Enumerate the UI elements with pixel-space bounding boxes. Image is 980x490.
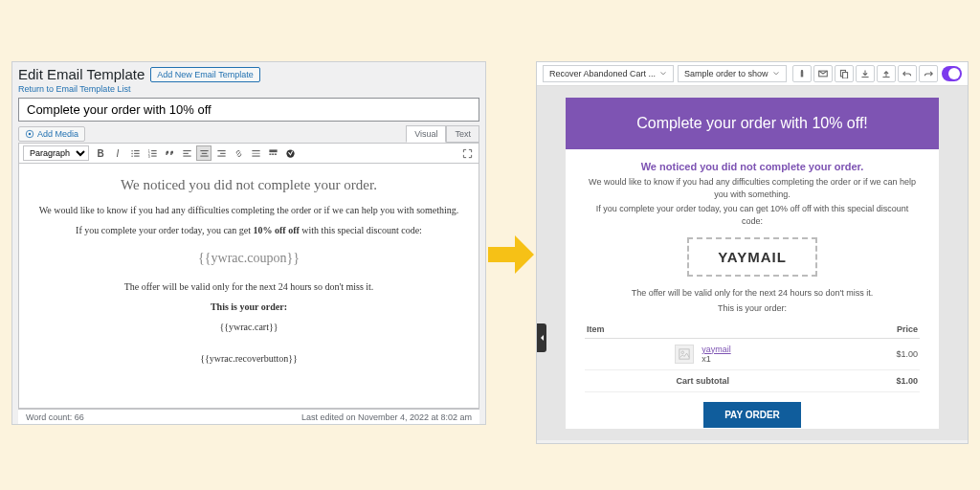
template-select[interactable]: Recover Abandoned Cart ... (543, 65, 674, 82)
editor-content[interactable]: We noticed you did not complete your ord… (18, 164, 479, 409)
svg-rect-25 (252, 155, 259, 156)
product-name[interactable]: yaymail (702, 345, 731, 354)
email-p3: The offer will be valid only for the nex… (585, 287, 920, 300)
svg-point-6 (131, 155, 132, 156)
preview-toolbar: Recover Abandoned Cart ... Sample order … (537, 62, 968, 86)
align-right-button[interactable] (213, 145, 229, 161)
wp-editor-panel: Edit Email Template Add New Email Templa… (11, 61, 486, 425)
number-list-button[interactable]: 123 (145, 145, 160, 161)
align-center-button[interactable] (196, 145, 212, 161)
bullet-list-button[interactable] (127, 145, 143, 161)
toolbar-toggle-button[interactable] (265, 145, 280, 161)
svg-rect-19 (200, 155, 208, 156)
undo-button[interactable] (898, 65, 917, 82)
info-icon (797, 69, 807, 78)
bold-button[interactable]: B (93, 145, 108, 161)
send-test-button[interactable] (813, 65, 833, 82)
svg-point-2 (131, 150, 132, 151)
redo-icon (924, 69, 933, 78)
svg-rect-23 (252, 150, 259, 151)
arrow-icon (486, 234, 536, 276)
order-table: ItemPrice yaymail x1 $1.00 Cart subtotal (585, 321, 920, 392)
svg-rect-14 (183, 150, 190, 151)
svg-rect-27 (269, 153, 271, 154)
word-count: Word count: 66 (26, 412, 84, 422)
content-p3: The offer will be valid only for the nex… (33, 279, 465, 294)
svg-point-31 (801, 70, 802, 71)
link-button[interactable] (231, 145, 246, 161)
svg-rect-35 (842, 73, 847, 78)
pay-order-button[interactable]: PAY ORDER (703, 402, 801, 428)
email-heading: We noticed you did not complete your ord… (585, 161, 920, 172)
svg-point-4 (131, 152, 132, 153)
svg-rect-36 (679, 348, 688, 358)
email-p1: We would like to know if you had any dif… (585, 176, 920, 200)
email-p4: This is your order: (585, 302, 920, 315)
export-icon (881, 69, 891, 78)
svg-rect-22 (217, 155, 225, 156)
status-bar: Word count: 66 Last edited on November 4… (18, 409, 479, 425)
back-link[interactable]: Return to Email Template List (18, 84, 479, 94)
editor-toolbar: Paragraph B I 123 (18, 143, 479, 164)
more-button[interactable] (248, 145, 263, 161)
svg-rect-15 (183, 152, 189, 153)
svg-rect-32 (801, 73, 802, 77)
redo-button[interactable] (919, 65, 938, 82)
undo-icon (902, 69, 912, 78)
svg-rect-28 (272, 153, 274, 154)
svg-rect-7 (134, 155, 140, 156)
align-left-button[interactable] (179, 145, 194, 161)
page-title: Edit Email Template (18, 66, 145, 82)
preview-area: Complete your order with 10% off! We not… (537, 86, 968, 440)
coupon-code: YAYMAIL (687, 237, 817, 277)
table-row: yaymail x1 $1.00 (585, 338, 920, 369)
tab-visual[interactable]: Visual (406, 125, 446, 143)
chevron-left-icon (539, 334, 545, 342)
copy-button[interactable] (835, 65, 854, 82)
italic-button[interactable]: I (110, 145, 125, 161)
content-p2: If you complete your order today, you ca… (33, 223, 465, 237)
subtotal-label: Cart subtotal (585, 369, 820, 391)
quote-button[interactable] (162, 145, 177, 161)
sample-order-select[interactable]: Sample order to show (678, 65, 787, 82)
svg-point-37 (681, 351, 684, 354)
chevron-down-icon (772, 70, 780, 78)
subtotal-value: $1.00 (820, 369, 920, 391)
add-media-button[interactable]: Add Media (18, 126, 85, 142)
product-image-placeholder (675, 345, 694, 364)
format-select[interactable]: Paragraph (23, 145, 89, 161)
collapse-sidebar-button[interactable] (537, 323, 546, 352)
enable-toggle[interactable] (942, 66, 962, 81)
export-button[interactable] (877, 65, 896, 82)
image-icon (679, 348, 690, 360)
svg-rect-9 (151, 150, 157, 151)
svg-rect-16 (183, 155, 190, 156)
last-edited: Last edited on November 4, 2022 at 8:02 … (301, 412, 472, 422)
import-button[interactable] (856, 65, 875, 82)
th-item: Item (585, 321, 820, 339)
svg-rect-17 (200, 150, 208, 151)
content-p4: This is your order: (33, 300, 465, 314)
add-new-template-button[interactable]: Add New Email Template (150, 67, 259, 82)
svg-text:3: 3 (147, 154, 149, 158)
svg-rect-29 (274, 153, 276, 154)
table-header-row: ItemPrice (585, 321, 920, 339)
table-row: Cart subtotal $1.00 (585, 369, 920, 391)
tab-text[interactable]: Text (446, 125, 479, 143)
template-title-input[interactable] (18, 98, 479, 122)
email-preview: Complete your order with 10% off! We not… (566, 98, 939, 429)
svg-rect-13 (151, 155, 157, 156)
svg-rect-18 (201, 152, 207, 153)
info-button[interactable] (792, 65, 812, 82)
email-body: We noticed you did not complete your ord… (566, 149, 939, 429)
svg-rect-26 (269, 149, 277, 152)
svg-point-30 (286, 149, 294, 157)
chevron-down-icon (659, 70, 667, 78)
yoast-button[interactable] (282, 145, 298, 161)
fullscreen-button[interactable] (459, 145, 475, 161)
preview-panel: Recover Abandoned Cart ... Sample order … (536, 61, 969, 444)
svg-rect-5 (134, 152, 140, 153)
product-qty: x1 (702, 354, 711, 364)
svg-point-1 (29, 133, 32, 136)
add-media-label: Add Media (37, 129, 78, 139)
